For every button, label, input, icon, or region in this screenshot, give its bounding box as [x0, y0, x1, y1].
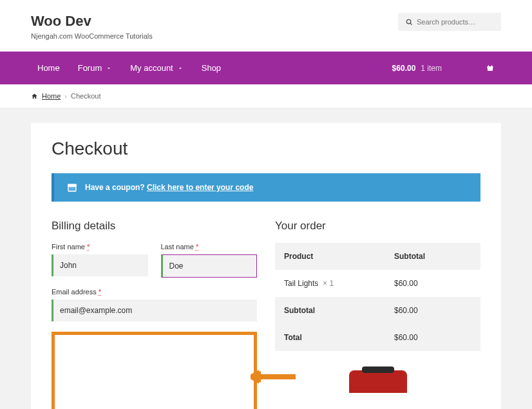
- search-icon: [406, 19, 413, 26]
- order-table: Product Subtotal Tail Lights × 1 $60.00 …: [275, 243, 480, 351]
- order-heading: Your order: [275, 220, 480, 233]
- svg-point-0: [406, 19, 410, 23]
- search-box[interactable]: [398, 13, 501, 31]
- order-header-row: Product Subtotal: [275, 243, 480, 270]
- site-title: Woo Dev: [31, 13, 153, 30]
- nav-label: Forum: [78, 63, 102, 73]
- svg-line-1: [410, 23, 412, 24]
- nav-item-shop[interactable]: Shop: [202, 63, 221, 73]
- required-indicator: *: [99, 288, 101, 296]
- breadcrumb-home[interactable]: Home: [42, 92, 61, 100]
- basket-icon: [486, 64, 495, 73]
- cart-count: 1 item: [421, 64, 442, 73]
- chevron-down-icon: [177, 65, 184, 71]
- nav-label: Home: [37, 63, 60, 73]
- search-input[interactable]: [417, 18, 493, 26]
- breadcrumb-bar: Home › Checkout: [0, 84, 532, 108]
- nav-item-account[interactable]: My account: [130, 63, 183, 73]
- svg-rect-3: [68, 184, 76, 186]
- order-item-row: Tail Lights × 1 $60.00: [275, 270, 480, 297]
- coupon-link[interactable]: Click here to enter your code: [147, 183, 253, 192]
- home-icon: [31, 93, 38, 100]
- nav-item-home[interactable]: Home: [37, 63, 60, 73]
- subtotal-header: Subtotal: [394, 252, 471, 261]
- order-subtotal-row: Subtotal $60.00: [275, 297, 480, 324]
- cart-summary[interactable]: $60.00 1 item: [392, 64, 495, 73]
- nav-label: My account: [130, 63, 173, 73]
- breadcrumb: Home › Checkout: [31, 92, 501, 100]
- breadcrumb-current: Checkout: [71, 92, 100, 100]
- required-indicator: *: [196, 243, 198, 251]
- required-indicator: *: [87, 243, 90, 251]
- annotation-highlight-box: [52, 332, 257, 409]
- page-title: Checkout: [52, 138, 480, 159]
- billing-heading: Billing details: [52, 220, 257, 233]
- branding: Woo Dev Njengah.com WooCommerce Tutorial…: [31, 13, 153, 40]
- nav-item-forum[interactable]: Forum: [78, 63, 113, 73]
- header: Woo Dev Njengah.com WooCommerce Tutorial…: [0, 0, 532, 52]
- order-section: Your order Product Subtotal Tail Lights …: [275, 220, 480, 409]
- email-input[interactable]: [52, 300, 257, 321]
- subtotal-value: $60.00: [394, 306, 471, 315]
- tagline: Njengah.com WooCommerce Tutorials: [31, 32, 153, 40]
- total-label: Total: [284, 333, 394, 342]
- last-name-input[interactable]: [161, 254, 258, 278]
- email-label: Email address *: [52, 288, 257, 296]
- order-item-name: Tail Lights × 1: [284, 279, 394, 288]
- product-image-placeholder: [349, 370, 407, 393]
- product-header: Product: [284, 252, 394, 261]
- svg-rect-4: [258, 374, 296, 379]
- nav-menu: Home Forum My account Shop: [37, 63, 221, 73]
- subtotal-label: Subtotal: [284, 306, 394, 315]
- product-image: [275, 370, 480, 393]
- billing-section: Billing details First name * Last name *: [52, 220, 257, 409]
- last-name-label: Last name *: [161, 243, 258, 251]
- cart-total: $60.00: [392, 64, 416, 73]
- order-item-price: $60.00: [394, 279, 471, 288]
- first-name-input[interactable]: [52, 254, 148, 276]
- coupon-prompt: Have a coupon? Click here to enter your …: [85, 183, 253, 192]
- order-total-row: Total $60.00: [275, 324, 480, 351]
- coupon-banner: Have a coupon? Click here to enter your …: [52, 173, 480, 202]
- nav-label: Shop: [202, 63, 221, 73]
- nav-bar: Home Forum My account Shop $60.00 1 item: [0, 52, 532, 84]
- first-name-label: First name *: [52, 243, 148, 251]
- chevron-down-icon: [106, 65, 112, 71]
- main-content: Checkout Have a coupon? Click here to en…: [0, 108, 532, 409]
- annotation-arrow-icon: [251, 369, 296, 385]
- total-value: $60.00: [394, 333, 471, 342]
- calendar-icon: [67, 182, 77, 193]
- breadcrumb-separator: ›: [64, 92, 67, 100]
